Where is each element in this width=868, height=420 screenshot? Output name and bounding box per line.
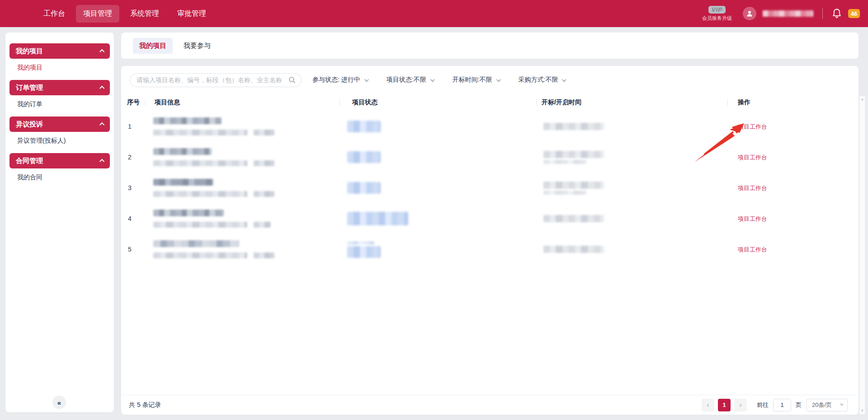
redacted-text — [254, 130, 274, 135]
sidebar-item-objection-management[interactable]: 异议管理(投标人) — [5, 133, 114, 149]
open-time-redacted — [537, 215, 728, 222]
project-status-redacted — [340, 241, 537, 258]
status-badge — [347, 151, 381, 163]
procurement-method-filter[interactable]: 采购方式:不限 — [519, 76, 566, 84]
scroll-up-icon[interactable]: ▲ — [861, 98, 864, 101]
page-size-select[interactable]: 20条/页 — [806, 399, 848, 411]
project-status-redacted — [340, 151, 537, 163]
table-footer: 共 5 条记录 ‹ 1 › 前往 页 20条/页 — [121, 395, 859, 415]
table-row: 5 项目工作台 — [121, 234, 859, 265]
redacted-text — [543, 160, 587, 164]
redacted-text — [153, 160, 247, 166]
status-badge — [347, 121, 381, 132]
column-header-project-status: 项目状态 — [340, 95, 537, 110]
chevron-down-icon — [562, 77, 566, 82]
tab-want-to-participate[interactable]: 我要参与 — [177, 38, 217, 54]
nav-item-system-management[interactable]: 系统管理 — [123, 5, 166, 23]
row-seq: 4 — [121, 215, 146, 222]
column-header-actions: 操作 — [728, 95, 859, 110]
sidebar-group-title: 我的项目 — [16, 47, 43, 56]
nav-item-project-management[interactable]: 项目管理 — [76, 5, 119, 23]
redacted-text — [254, 160, 274, 166]
next-page-button[interactable]: › — [734, 399, 747, 411]
notification-bell-icon[interactable] — [832, 8, 842, 19]
redacted-text — [153, 210, 224, 216]
redacted-text — [543, 191, 587, 195]
redacted-text — [153, 252, 247, 258]
sidebar-collapse-button[interactable]: « — [52, 396, 66, 409]
tab-my-projects[interactable]: 我的项目 — [133, 38, 173, 54]
sidebar-item-my-orders[interactable]: 我的订单 — [5, 96, 114, 112]
sidebar-group-contract-management[interactable]: 合同管理 — [9, 153, 110, 168]
table-row: 4 项目工作台 — [121, 203, 859, 234]
redacted-text — [543, 215, 604, 222]
filter-label: 参与状态: 进行中 — [312, 76, 360, 84]
column-header-seq: 序号 — [121, 95, 146, 110]
search-input[interactable] — [137, 76, 288, 84]
vip-upgrade[interactable]: VIP 会员服务升级 — [702, 6, 732, 22]
redacted-text — [153, 148, 212, 155]
username-redacted — [763, 10, 813, 17]
sidebar: 我的项目 我的项目 订单管理 我的订单 异议投诉 异议管理(投标人) 合同管理 … — [5, 33, 114, 412]
filter-label: 开标时间:不限 — [453, 76, 492, 84]
redacted-text — [543, 151, 604, 158]
project-info-redacted — [146, 117, 340, 135]
page-1-button[interactable]: 1 — [718, 399, 731, 411]
sidebar-group-title: 订单管理 — [16, 84, 43, 92]
open-time-redacted — [537, 182, 728, 195]
status-badge — [347, 246, 381, 258]
search-icon[interactable] — [288, 76, 296, 84]
bid-open-time-filter[interactable]: 开标时间:不限 — [453, 76, 500, 84]
nav-item-approval-management[interactable]: 审批管理 — [170, 5, 213, 23]
scroll-down-icon[interactable]: ▼ — [861, 409, 864, 413]
redacted-text — [254, 191, 274, 197]
table-row: 2 项目工作台 — [121, 142, 859, 173]
filter-label: 项目状态:不限 — [387, 76, 426, 84]
chevron-down-icon — [430, 77, 435, 82]
goto-label: 前往 — [757, 401, 769, 409]
nav-item-workbench[interactable]: 工作台 — [36, 5, 72, 23]
participation-status-filter[interactable]: 参与状态: 进行中 — [312, 76, 368, 84]
row-seq: 2 — [121, 154, 146, 161]
redacted-text — [543, 123, 604, 130]
tabs-bar: 我的项目 我要参与 — [121, 33, 859, 59]
vertical-scrollbar[interactable]: ▲ ▼ — [859, 96, 865, 415]
chevron-up-icon — [99, 122, 104, 127]
user-icon — [746, 10, 753, 17]
notification-count-badge[interactable]: 46 — [848, 9, 860, 18]
redacted-text — [153, 130, 247, 135]
table-body: 1 项目工作台 2 项目工作台 3 — [121, 111, 859, 265]
project-workbench-link[interactable]: 项目工作台 — [738, 185, 767, 191]
redacted-text — [543, 182, 604, 189]
sidebar-item-my-projects[interactable]: 我的项目 — [5, 60, 114, 76]
top-navbar: 工作台 项目管理 系统管理 审批管理 VIP 会员服务升级 46 — [0, 0, 868, 27]
project-workbench-link[interactable]: 项目工作台 — [738, 215, 767, 222]
divider — [822, 8, 823, 19]
project-workbench-link[interactable]: 项目工作台 — [738, 246, 767, 253]
project-status-filter[interactable]: 项目状态:不限 — [387, 76, 434, 84]
row-seq: 1 — [121, 123, 146, 130]
table-row: 1 项目工作台 — [121, 111, 859, 142]
redacted-text — [254, 252, 274, 258]
main-menu: 工作台 项目管理 系统管理 审批管理 — [36, 5, 213, 23]
search-box — [130, 73, 302, 87]
filter-label: 采购方式:不限 — [519, 76, 558, 84]
project-workbench-link[interactable]: 项目工作台 — [738, 123, 767, 130]
chevron-up-icon — [99, 86, 104, 91]
chevron-down-icon — [496, 77, 501, 82]
redacted-text — [153, 117, 222, 124]
project-status-redacted — [340, 182, 537, 194]
sidebar-group-order-management[interactable]: 订单管理 — [9, 80, 110, 95]
open-time-redacted — [537, 123, 728, 130]
goto-page-input[interactable] — [773, 399, 791, 411]
avatar[interactable] — [743, 7, 756, 20]
prev-page-button[interactable]: ‹ — [702, 399, 714, 411]
row-seq: 5 — [121, 246, 146, 253]
open-time-redacted — [537, 246, 728, 253]
sidebar-item-my-contracts[interactable]: 我的合同 — [5, 169, 114, 186]
project-status-redacted — [340, 212, 537, 225]
open-time-redacted — [537, 151, 728, 164]
sidebar-group-my-projects[interactable]: 我的项目 — [9, 43, 110, 59]
sidebar-group-objection-complaint[interactable]: 异议投诉 — [9, 117, 110, 132]
project-workbench-link[interactable]: 项目工作台 — [738, 154, 767, 161]
